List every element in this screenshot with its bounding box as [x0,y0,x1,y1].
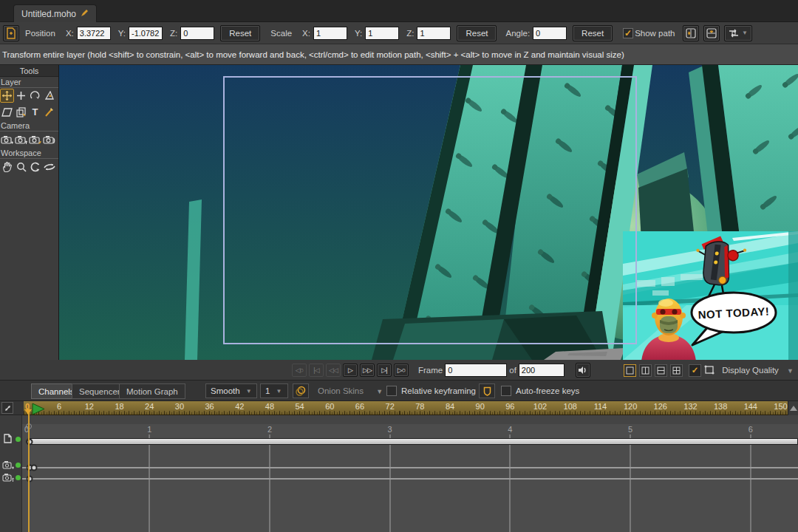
track-camera-tool[interactable] [0,132,14,146]
channel-active-dot [16,475,21,480]
display-quality-dropdown[interactable]: Display Quality ▼ [722,366,794,375]
pan-tilt-camera-tool[interactable] [42,132,56,146]
tools-section-camera: Camera [0,120,58,132]
timeline-tracks-area[interactable]: 0123456 [0,415,798,532]
ruler-frame-number: 108 [564,402,577,411]
ruler-frame-number: 78 [415,402,424,411]
go-to-end-button[interactable]: ▷○ [394,364,409,377]
current-frame-input[interactable] [445,364,507,377]
two-column-view-button[interactable] [639,364,652,377]
onion-skin-icon-button[interactable] [293,383,309,398]
relative-keyframing-checkbox[interactable] [386,386,397,396]
quad-view-button[interactable] [670,364,683,377]
auto-freeze-checkbox[interactable] [501,386,511,396]
ruler-frame-number: 18 [115,402,123,411]
scale-z-input[interactable] [417,27,451,40]
next-keyframe-button[interactable]: ▷| [377,364,392,377]
current-frame-cursor[interactable] [28,408,30,532]
interpolation-dropdown[interactable]: Smooth ▼ [205,383,257,398]
shear-layer-tool[interactable] [42,89,56,103]
ruler-frame-number: 150 [774,402,787,411]
preview-inset: NOT TODAY! [623,231,798,360]
previous-keyframe-button[interactable]: |◁ [309,364,324,377]
rotate-layer-tool[interactable] [28,89,42,103]
interpolation-count-dropdown[interactable]: 1 ▼ [260,383,288,398]
pan-workspace-tool[interactable] [0,160,14,174]
position-x-label: X: [66,29,74,38]
ruler-frame-number: 30 [175,402,184,411]
orbit-workspace-tool[interactable] [42,160,56,174]
two-row-view-button[interactable] [655,364,667,377]
total-frames-input[interactable] [519,364,565,377]
step-back-button[interactable]: ◁◁ [326,364,341,377]
timeline-scroll-arrow[interactable] [788,401,798,415]
camera-tracking-track-keyframe[interactable] [31,465,38,471]
auto-freeze-label: Auto-freeze keys [516,386,579,395]
tab-motion-graph[interactable]: Motion Graph [119,383,185,399]
flip-vertical-icon[interactable] [703,25,720,41]
position-reset-button[interactable]: Reset [220,25,260,41]
add-point-tool[interactable] [14,89,28,103]
document-tab[interactable]: Untitled.moho [13,4,97,22]
pen-eyedropper-tool[interactable] [42,105,56,119]
ruler-frame-number: 48 [265,402,274,411]
layer-document-icon[interactable] [3,25,19,41]
seconds-gridline [269,434,270,532]
scale-x-input[interactable] [313,27,347,40]
angle-input[interactable] [533,27,567,40]
crop-frame-icon[interactable] [704,365,715,376]
ruler-frame-number: 6 [57,402,61,411]
go-to-start-button[interactable]: ◁○ [292,364,307,377]
play-button[interactable]: ▷ [343,364,358,377]
status-text: Transform entire layer (hold <shift> to … [2,50,624,59]
playhead-triangle[interactable] [32,403,45,415]
rotate-workspace-tool[interactable] [28,160,42,174]
position-z-label: Z: [170,29,177,38]
zoom-workspace-tool[interactable] [14,160,28,174]
ruler-frame-number: 84 [446,402,454,411]
roll-camera-tool[interactable] [28,132,42,146]
show-path-checkbox[interactable]: ✓ [623,28,633,38]
fast-forward-button[interactable]: ▷▷ [360,364,375,377]
ruler-frame-number: 96 [505,402,514,411]
position-x-input[interactable] [77,27,111,40]
tools-section-workspace: Workspace [0,148,58,159]
duplicate-layer-tool[interactable] [14,105,28,119]
position-y-input[interactable] [129,27,163,40]
scale-x-label: X: [302,29,310,38]
transform-layer-tool[interactable] [0,89,14,103]
timeline-frame-ruler[interactable]: 6121824303642485460667278849096102108114… [24,401,788,415]
seconds-label: 4 [508,425,512,434]
text-tool[interactable]: T [28,105,42,119]
flip-horizontal-icon[interactable] [683,25,699,41]
seconds-label: 2 [267,425,272,434]
scale-reset-button[interactable]: Reset [457,25,497,41]
skew-layer-tool[interactable] [0,105,14,119]
chevron-down-icon: ▼ [376,388,383,395]
layer-selection-outline[interactable] [223,76,637,344]
seconds-gridline [750,434,751,532]
angle-reset-button[interactable]: Reset [573,25,613,41]
scale-y-input[interactable] [365,27,399,40]
keying-shield-icon-button[interactable] [479,383,495,398]
layer-duration-bar[interactable] [26,438,798,445]
position-label: Position [25,29,55,38]
timeline-resize-handle[interactable] [1,402,13,414]
zoom-camera-tool[interactable] [14,132,28,146]
enable-drawing-check-button[interactable]: ✓ [689,364,701,377]
show-path-label: Show path [635,29,675,38]
ruler-frame-number: 114 [594,402,607,411]
camera-tracking-channel-line[interactable] [22,467,798,468]
single-view-button[interactable] [624,364,636,377]
tool-options-bar: Position X: Y: Z: Reset Scale X: Y: Z: R… [0,22,798,44]
position-z-input[interactable] [180,27,214,40]
camera-zoom-channel-line[interactable] [22,478,798,480]
chevron-down-icon: ▼ [276,388,282,395]
speaker-icon[interactable] [576,363,590,378]
scale-y-label: Y: [355,29,362,38]
ruler-frame-number: 54 [295,402,304,411]
onion-skins-dropdown[interactable]: Onion Skins ▼ [318,386,383,395]
seconds-gridline [509,434,511,532]
ruler-frame-number: 138 [714,402,727,411]
transform-options-dropdown[interactable]: ▼ [724,25,752,41]
